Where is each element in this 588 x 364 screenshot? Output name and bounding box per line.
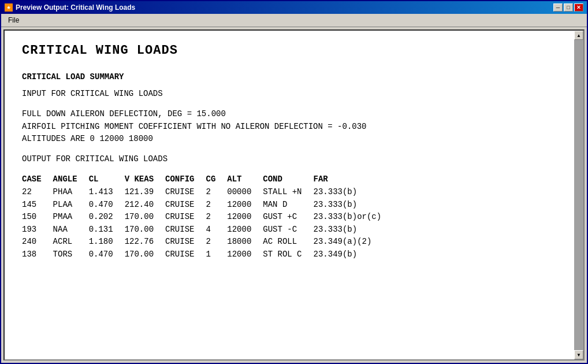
cell-config-1: CRUISE — [165, 199, 206, 211]
menu-file[interactable]: File — [3, 15, 24, 25]
cell-cl-1: 0.470 — [89, 199, 125, 211]
cell-config-5: CRUISE — [165, 248, 206, 261]
title-bar: ★ Preview Output: Critical Wing Loads ─ … — [1, 1, 587, 14]
cell-cond-5: ST ROL C — [263, 248, 313, 261]
cell-cl-5: 0.470 — [89, 248, 125, 261]
cell-cl-4: 1.180 — [89, 236, 125, 248]
cell-cg-1: 2 — [206, 199, 227, 211]
col-header-vkeas: V KEAS — [125, 173, 165, 186]
input-line-2: AIRFOIL PITCHING MOMENT COEFFICIENT WITH… — [22, 121, 557, 133]
cell-angle-1: PLAA — [53, 199, 89, 211]
col-header-cond: COND — [263, 173, 313, 186]
scroll-down-button[interactable]: ▼ — [574, 350, 583, 359]
cell-cond-0: STALL +N — [263, 186, 313, 199]
section-input-header: INPUT FOR CRITICAL WING LOADS — [22, 88, 557, 100]
cell-case-0: 22 — [22, 186, 53, 199]
window-icon: ★ — [5, 3, 13, 12]
cell-config-0: CRUISE — [165, 186, 206, 199]
col-header-alt: ALT — [227, 173, 263, 186]
col-header-config: CONFIG — [165, 173, 206, 186]
scrollbar-right: ▲ ▼ — [574, 31, 583, 359]
cell-vkeas-3: 170.00 — [125, 224, 165, 236]
cell-alt-1: 12000 — [227, 199, 263, 211]
input-section: INPUT FOR CRITICAL WING LOADS — [22, 88, 557, 100]
section-output-label: OUTPUT FOR CRITICAL WING LOADS — [22, 154, 557, 165]
maximize-button[interactable]: □ — [564, 3, 573, 12]
cell-alt-5: 12000 — [227, 248, 263, 261]
cell-vkeas-2: 170.00 — [125, 211, 165, 224]
cell-case-3: 193 — [22, 224, 53, 236]
cell-far-4: 23.349(a)(2) — [314, 236, 393, 248]
cell-cond-4: AC ROLL — [263, 236, 313, 248]
cell-angle-2: PMAA — [53, 211, 89, 224]
cell-angle-3: NAA — [53, 224, 89, 236]
cell-alt-2: 12000 — [227, 211, 263, 224]
cell-angle-5: TORS — [53, 248, 89, 261]
minimize-button[interactable]: ─ — [553, 3, 563, 12]
data-table: CASE ANGLE CL V KEAS CONFIG CG ALT COND … — [22, 173, 393, 261]
content-area: CRITICAL WING LOADS CRITICAL LOAD SUMMAR… — [3, 29, 585, 361]
cell-case-1: 145 — [22, 199, 53, 211]
col-header-angle: ANGLE — [53, 173, 89, 186]
table-row: 240ACRL1.180122.76CRUISE218000AC ROLL23.… — [22, 236, 393, 248]
col-header-cg: CG — [206, 173, 227, 186]
table-row: 145PLAA0.470212.40CRUISE212000MAN D23.33… — [22, 199, 393, 211]
cell-case-5: 138 — [22, 248, 53, 261]
cell-config-4: CRUISE — [165, 236, 206, 248]
output-section-header: OUTPUT FOR CRITICAL WING LOADS — [22, 154, 557, 165]
cell-vkeas-4: 122.76 — [125, 236, 165, 248]
cell-far-3: 23.333(b) — [314, 224, 393, 236]
col-header-cl: CL — [89, 173, 125, 186]
cell-vkeas-1: 212.40 — [125, 199, 165, 211]
document: CRITICAL WING LOADS CRITICAL LOAD SUMMAR… — [5, 31, 583, 273]
cell-cg-2: 2 — [206, 211, 227, 224]
table-row: 193NAA0.131170.00CRUISE412000GUST -C23.3… — [22, 224, 393, 236]
cell-case-4: 240 — [22, 236, 53, 248]
input-line-1: FULL DOWN AILERON DEFLECTION, DEG = 15.0… — [22, 109, 557, 120]
table-row: 138TORS0.470170.00CRUISE112000ST ROL C23… — [22, 248, 393, 261]
col-header-far: FAR — [314, 173, 393, 186]
table-header-row: CASE ANGLE CL V KEAS CONFIG CG ALT COND … — [22, 173, 393, 186]
cell-cg-4: 2 — [206, 236, 227, 248]
table-row: 150PMAA0.202170.00CRUISE212000GUST +C23.… — [22, 211, 393, 224]
cell-far-5: 23.349(b) — [314, 248, 393, 261]
input-line-3: ALTITUDES ARE 0 12000 18000 — [22, 133, 557, 145]
scroll-up-button[interactable]: ▲ — [574, 31, 583, 40]
cell-cond-3: GUST -C — [263, 224, 313, 236]
title-buttons: ─ □ ✕ — [553, 3, 583, 12]
cell-alt-4: 18000 — [227, 236, 263, 248]
cell-vkeas-0: 121.39 — [125, 186, 165, 199]
input-data: FULL DOWN AILERON DEFLECTION, DEG = 15.0… — [22, 109, 557, 145]
cell-cg-5: 1 — [206, 248, 227, 261]
data-table-section: CASE ANGLE CL V KEAS CONFIG CG ALT COND … — [22, 173, 557, 261]
cell-cg-3: 4 — [206, 224, 227, 236]
cell-far-1: 23.333(b) — [314, 199, 393, 211]
menu-bar: File — [1, 14, 587, 27]
cell-vkeas-5: 170.00 — [125, 248, 165, 261]
cell-far-2: 23.333(b)or(c) — [314, 211, 393, 224]
table-body: 22PHAA1.413121.39CRUISE200000STALL +N23.… — [22, 186, 393, 261]
section-critical-load: CRITICAL LOAD SUMMARY — [22, 72, 557, 83]
cell-alt-0: 00000 — [227, 186, 263, 199]
main-window: ★ Preview Output: Critical Wing Loads ─ … — [0, 0, 588, 364]
cell-cl-0: 1.413 — [89, 186, 125, 199]
cell-cond-2: GUST +C — [263, 211, 313, 224]
cell-alt-3: 12000 — [227, 224, 263, 236]
scroll-track[interactable] — [574, 40, 583, 350]
doc-title: CRITICAL WING LOADS — [22, 42, 557, 60]
cell-cond-1: MAN D — [263, 199, 313, 211]
cell-cl-2: 0.202 — [89, 211, 125, 224]
cell-angle-0: PHAA — [53, 186, 89, 199]
cell-cl-3: 0.131 — [89, 224, 125, 236]
cell-case-2: 150 — [22, 211, 53, 224]
close-button[interactable]: ✕ — [574, 3, 583, 12]
title-bar-left: ★ Preview Output: Critical Wing Loads — [5, 3, 135, 12]
cell-cg-0: 2 — [206, 186, 227, 199]
col-header-case: CASE — [22, 173, 53, 186]
cell-config-3: CRUISE — [165, 224, 206, 236]
cell-far-0: 23.333(b) — [314, 186, 393, 199]
window-title: Preview Output: Critical Wing Loads — [16, 3, 135, 12]
table-row: 22PHAA1.413121.39CRUISE200000STALL +N23.… — [22, 186, 393, 199]
cell-angle-4: ACRL — [53, 236, 89, 248]
cell-config-2: CRUISE — [165, 211, 206, 224]
